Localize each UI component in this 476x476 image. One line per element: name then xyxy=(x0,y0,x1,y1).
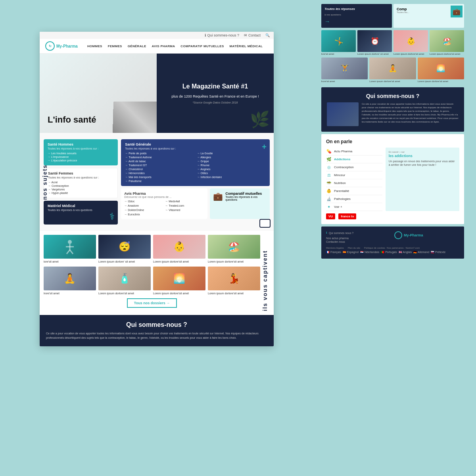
footer-logo-circle xyxy=(394,231,402,239)
contact-link[interactable]: ✉ Contact xyxy=(244,33,261,37)
gallery-item-7: 💃 Lorem ipsum dorlore'sit amet xyxy=(208,267,260,295)
comp-text-block: Comparatif mutuelles Toutes les réponses… xyxy=(225,192,267,201)
flag-de: 🇩🇪 Allemand xyxy=(413,251,429,254)
qui-right-body: Ce site a pour vocation de vous apporter… xyxy=(327,102,459,126)
femmes-link-2[interactable]: Vargelures xyxy=(48,188,113,191)
nos-sujets-section: nos sujets Santé Hommes Toutes les répon… xyxy=(40,133,274,231)
generale-links: Perte de poids La Goutte Traitement Asth… xyxy=(125,152,266,183)
right-gallery-row-1: 🤸 lore'sit amet ⏰ Lorem ipsum dorlore' s… xyxy=(321,30,464,56)
nav-materiel[interactable]: MATÉRIEL MÉDICAL xyxy=(230,44,263,48)
nav-femmes[interactable]: FEMMES xyxy=(108,44,122,48)
arrow-icon: → xyxy=(324,18,389,25)
avis-link-r1[interactable]: Treated.com xyxy=(165,204,204,207)
right-gimg-2: 👶 xyxy=(393,30,428,52)
footer-legal-1[interactable]: Plan du site xyxy=(348,247,360,249)
gen-link-7[interactable]: Paludisme xyxy=(125,179,194,183)
gen-link-1[interactable]: Traitement Asthme xyxy=(125,155,194,159)
femmes-link-0[interactable]: Acné xyxy=(48,180,113,184)
right-gallery: 🤸 lore'sit amet ⏰ Lorem ipsum dorlore' s… xyxy=(321,30,464,83)
tous-nos-dossiers-button[interactable]: Tous nos dossiers → xyxy=(127,298,177,308)
gen-link-r3[interactable]: Rhume xyxy=(197,163,266,167)
gallery-img-perfume: 🧴 xyxy=(98,267,151,290)
oep-item-5[interactable]: 👶 Parentalité xyxy=(326,187,382,195)
right-gimg-5: 🧘 xyxy=(369,58,416,79)
footer-legal-0[interactable]: Mentions légales xyxy=(326,247,344,249)
nav-avis-pharma[interactable]: AVIS PHARMA xyxy=(152,44,175,48)
gen-link-4[interactable]: Cholestérol xyxy=(125,167,194,171)
right-gitem-4: 🏋️ lrore'sit amet xyxy=(321,58,368,83)
oep-item-1[interactable]: 🌿 Addictions xyxy=(326,155,382,163)
oep-item-7[interactable]: ✦ Voir + xyxy=(326,203,382,211)
gallery-text-5: Lorem ipsum dorlore'sit amet xyxy=(98,292,151,295)
gallery-row-2: 🧘 lrore'sit amet 🧴 Lorem ipsum dorlore's… xyxy=(44,267,260,295)
search-button[interactable]: 🔍 xyxy=(265,33,270,37)
gen-link-r2[interactable]: Grippe xyxy=(197,159,266,163)
gen-link-3[interactable]: Traitement IST xyxy=(125,163,194,167)
source-text: *Source Google Datos Octobre 2018 xyxy=(192,101,238,104)
avis-link-r2[interactable]: Vitasmed xyxy=(165,209,204,211)
footer-link-contact[interactable]: Contacter-nous xyxy=(326,240,391,244)
oep-item-2[interactable]: ◎ Contraception xyxy=(326,163,382,171)
avis-link-2[interactable]: DokterOnline xyxy=(124,209,163,211)
oep-item-3[interactable]: ⚖ Minceur xyxy=(326,171,382,179)
hero-right: Le Magazine Santé #1 plus de 1200 Requêt… xyxy=(157,54,274,133)
avis-pharma-card: Avis Pharma Découvrez ce que nous penson… xyxy=(121,188,207,219)
gallery-item-4: 🧘 lrore'sit amet xyxy=(44,267,96,295)
right-panel: Toutes les réponses à vos questions → 💼 … xyxy=(321,0,464,476)
gen-link-5[interactable]: Hémorroïdes xyxy=(125,171,194,175)
footer-legal-2[interactable]: Politique de cookies xyxy=(364,247,385,249)
gen-link-r5[interactable]: Otites xyxy=(197,171,266,175)
sante-femmes-sub: Toutes les réponses à vos questions sur … xyxy=(48,176,113,179)
francetv-logo: france tv xyxy=(338,213,356,219)
flag-en: 🇬🇧 Anglais xyxy=(399,251,412,254)
footer-link-qui[interactable]: Qui sommes nous ? xyxy=(329,231,353,235)
hommes-link-2[interactable]: L'éjaculation précoce xyxy=(48,159,114,162)
magazine-title: Le Magazine Santé #1 xyxy=(182,83,248,91)
footer-legal-3[interactable]: Nos partenaires : Nutrion7.com xyxy=(387,247,420,249)
sante-generale-card: + Santé Générale Toutes les réponses à v… xyxy=(121,139,270,186)
nav-hommes[interactable]: HOMMES xyxy=(87,44,102,48)
gen-link-r6[interactable]: Infection dentaire xyxy=(197,175,266,179)
gallery-img-yoga: 🧘 xyxy=(44,267,96,290)
oep-item-4[interactable]: 🥗 Nutrition xyxy=(326,179,382,187)
avis-link-r0[interactable]: Meds4all xyxy=(165,200,204,203)
oep-label-1: Addictions xyxy=(334,157,382,161)
on-en-parle-featured: En savoir + sur les addictions Un passag… xyxy=(386,148,459,211)
comparatif-card: 💼 Comparatif mutuelles Toutes les répons… xyxy=(210,188,270,219)
right-gimg-6: 🌅 xyxy=(418,58,464,79)
oep-item-6[interactable]: 🔬 Pathologies xyxy=(326,195,382,203)
gen-link-0[interactable]: Perte de poids xyxy=(125,152,194,155)
gen-link-r0[interactable]: La Goutte xyxy=(197,152,266,155)
flag-nl: 🇳🇱 Néerlandais xyxy=(360,251,379,254)
nav-generale[interactable]: GÉNÉRALE xyxy=(128,44,146,48)
gen-link-6[interactable]: Mal des transports xyxy=(125,175,194,179)
gallery-img-fitness xyxy=(44,235,96,259)
right-card-toutes-title: Toutes les réponses xyxy=(324,7,389,11)
right-gitem-5: 🧘 Lorem ipsum dorlore'sit amet xyxy=(369,58,416,83)
qui-sommes-link[interactable]: ℹ Qui sommes-nous ? xyxy=(205,33,239,37)
footer-link-actus[interactable]: Nos actus pharma xyxy=(326,236,391,240)
right-gtext-0: lore'sit amet xyxy=(321,53,356,56)
oep-featured-pre: En savoir + sur xyxy=(389,151,456,153)
hommes-link-1[interactable]: L'impuissance xyxy=(48,155,114,159)
svg-line-4 xyxy=(70,250,73,254)
avis-link-1[interactable]: Anastore xyxy=(124,204,163,207)
logo-icon: ↻ xyxy=(45,41,55,51)
gen-link-2[interactable]: Arrêt de tabac xyxy=(125,159,194,163)
logo[interactable]: ↻ My-Pharma xyxy=(45,41,78,51)
avis-link-3[interactable]: Euroclinix xyxy=(124,213,163,216)
on-en-parle-layout: 💊 Actu Pharma 🌿 Addictions ◎ Contracepti… xyxy=(326,148,459,211)
gen-link-r1[interactable]: Allergies xyxy=(197,155,266,159)
qui-right-text: Ce site a pour vocation de vous apporter… xyxy=(362,102,459,124)
right-card-toutes: Toutes les réponses à vos questions → xyxy=(321,4,392,28)
right-gtext-1: Lorem ipsum dorlore' sit amet xyxy=(357,53,392,56)
gallery-item-6: 🌅 Lorem ipsum dorlore'sit amet xyxy=(153,267,205,295)
avis-link-0[interactable]: I2doc xyxy=(124,200,163,203)
nav-comparatif[interactable]: COMPARATIF MUTUELLES xyxy=(180,44,224,48)
gen-link-r4[interactable]: Angines xyxy=(197,167,266,171)
femmes-link-3[interactable]: Hyper-plasité xyxy=(48,191,113,195)
flag-es: 🇪🇸 Espagnol xyxy=(343,251,359,254)
femmes-link-1[interactable]: Contraception xyxy=(48,184,113,188)
hommes-link-0[interactable]: Les troubles sexuels xyxy=(48,152,114,155)
oep-item-0[interactable]: 💊 Actu Pharma xyxy=(326,148,382,155)
